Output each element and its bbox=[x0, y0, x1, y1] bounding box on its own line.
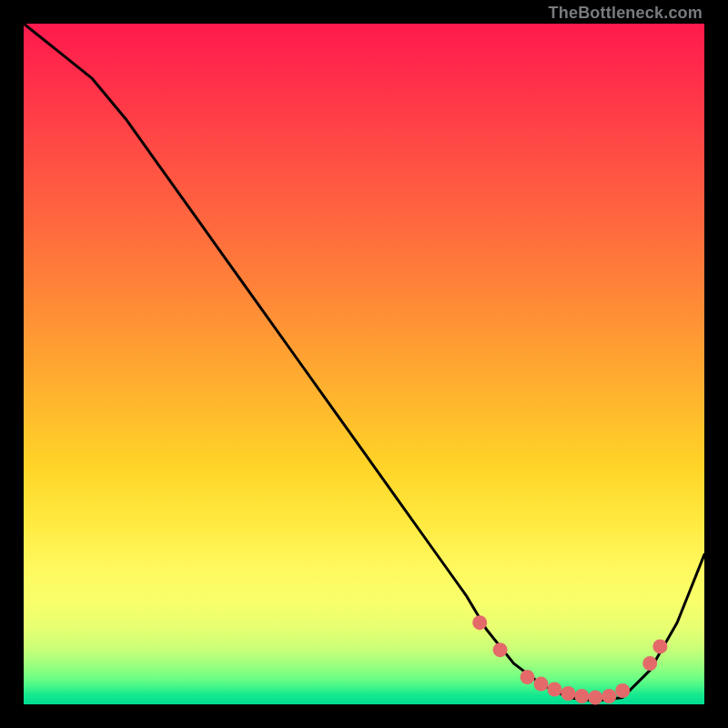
plot-area bbox=[24, 24, 704, 704]
marker-dot bbox=[652, 639, 667, 653]
bottleneck-curve bbox=[24, 24, 704, 701]
credit-text: TheBottleneck.com bbox=[549, 4, 703, 23]
marker-dot bbox=[521, 670, 535, 684]
chart-stage: TheBottleneck.com bbox=[0, 0, 728, 728]
marker-dot bbox=[588, 691, 602, 705]
marker-dot bbox=[642, 656, 657, 671]
marker-dot bbox=[472, 615, 487, 630]
chart-svg bbox=[24, 24, 704, 704]
curve-markers bbox=[472, 615, 667, 704]
marker-dot bbox=[561, 686, 575, 701]
marker-dot bbox=[615, 683, 630, 698]
marker-dot bbox=[534, 677, 549, 692]
marker-dot bbox=[547, 682, 561, 697]
marker-dot bbox=[574, 689, 589, 703]
marker-dot bbox=[493, 642, 508, 657]
marker-dot bbox=[602, 689, 616, 703]
